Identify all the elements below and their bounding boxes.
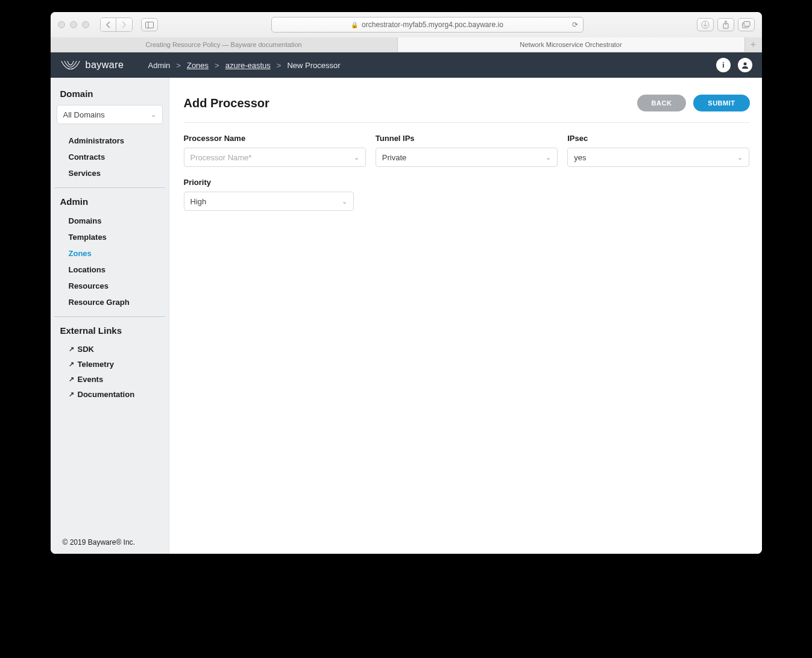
form-row: Processor Name Processor Name* ⌄ Tunnel …: [184, 134, 750, 167]
external-link-icon: ↗: [69, 360, 74, 368]
breadcrumb: Admin > Zones > azure-eastus > New Proce…: [148, 61, 340, 70]
user-icon[interactable]: [738, 58, 752, 72]
domain-select[interactable]: All Domains ⌄: [57, 105, 163, 124]
logo[interactable]: bayware: [60, 58, 124, 72]
svg-rect-0: [145, 22, 153, 28]
new-tab-button[interactable]: +: [745, 37, 762, 52]
external-link-sdk[interactable]: ↗ SDK: [51, 342, 169, 357]
tunnel-ips-select[interactable]: Private ⌄: [376, 148, 558, 167]
select-value: High: [190, 197, 207, 206]
field-tunnel-ips: Tunnel IPs Private ⌄: [376, 134, 558, 167]
breadcrumb-sep: >: [277, 61, 282, 70]
forward-nav-button[interactable]: [116, 18, 132, 31]
url-bar[interactable]: 🔒 orchestrator-myfab5.myorg4.poc.bayware…: [271, 17, 584, 33]
app-body: Domain All Domains ⌄ Administrators Cont…: [51, 78, 762, 554]
breadcrumb-item[interactable]: Zones: [187, 61, 209, 70]
chevron-down-icon: ⌄: [342, 198, 347, 205]
breadcrumb-item[interactable]: azure-eastus: [225, 61, 271, 70]
submit-button[interactable]: SUBMIT: [693, 95, 749, 111]
browser-toolbar: 🔒 orchestrator-myfab5.myorg4.poc.bayware…: [51, 12, 762, 37]
priority-select[interactable]: High ⌄: [184, 192, 354, 211]
select-value: yes: [574, 153, 586, 162]
field-ipsec: IPsec yes ⌄: [567, 134, 749, 167]
nav-buttons: [100, 17, 133, 32]
browser-tab[interactable]: Creating Resource Policy — Bayware docum…: [51, 37, 398, 52]
external-link-label: Events: [78, 375, 104, 384]
field-processor-name: Processor Name Processor Name* ⌄: [184, 134, 366, 167]
logo-text: bayware: [86, 60, 124, 70]
field-label: IPsec: [567, 134, 749, 143]
page-title: Add Processor: [184, 96, 269, 110]
external-link-telemetry[interactable]: ↗ Telemetry: [51, 357, 169, 372]
maximize-window-button[interactable]: [82, 21, 89, 28]
input-placeholder: Processor Name*: [190, 153, 252, 162]
chevron-down-icon: ⌄: [354, 154, 359, 161]
sidebar-divider: [54, 316, 165, 317]
share-button[interactable]: [717, 18, 734, 31]
close-window-button[interactable]: [58, 21, 65, 28]
window-controls: [58, 21, 89, 28]
field-label: Priority: [184, 178, 354, 187]
info-icon[interactable]: i: [716, 58, 731, 72]
browser-chrome: 🔒 orchestrator-myfab5.myorg4.poc.bayware…: [51, 12, 762, 52]
form-row: Priority High ⌄: [184, 178, 750, 211]
ipsec-select[interactable]: yes ⌄: [567, 148, 749, 167]
breadcrumb-sep: >: [176, 61, 181, 70]
sidebar: Domain All Domains ⌄ Administrators Cont…: [51, 78, 169, 554]
breadcrumb-item: New Processor: [287, 61, 340, 70]
back-button[interactable]: BACK: [637, 95, 687, 111]
reload-icon[interactable]: ⟳: [572, 20, 578, 29]
main-content: Add Processor BACK SUBMIT Processor Name…: [169, 78, 762, 554]
breadcrumb-item[interactable]: Admin: [148, 61, 170, 70]
browser-tab[interactable]: Network Microservice Orchestrator: [398, 37, 745, 52]
sidebar-item-services[interactable]: Services: [51, 165, 169, 181]
app-header: bayware Admin > Zones > azure-eastus > N…: [51, 52, 762, 78]
sidebar-section-domain: Domain: [51, 89, 169, 105]
external-link-icon: ↗: [69, 375, 74, 383]
sidebar-section-admin: Admin: [51, 196, 169, 213]
minimize-window-button[interactable]: [70, 21, 77, 28]
tabs-button[interactable]: [738, 18, 755, 31]
sidebar-item-zones[interactable]: Zones: [51, 245, 169, 262]
action-buttons: BACK SUBMIT: [637, 95, 750, 111]
sidebar-section-external: External Links: [51, 325, 169, 342]
lock-icon: 🔒: [351, 22, 358, 28]
sidebar-item-contracts[interactable]: Contracts: [51, 149, 169, 165]
main-header: Add Processor BACK SUBMIT: [184, 95, 750, 123]
select-value: Private: [382, 153, 406, 162]
external-link-label: Documentation: [78, 390, 135, 399]
sidebar-divider: [54, 187, 165, 188]
svg-rect-5: [744, 22, 750, 27]
sidebar-item-locations[interactable]: Locations: [51, 262, 169, 278]
sidebar-toggle-button[interactable]: [141, 18, 158, 31]
chevron-down-icon: ⌄: [546, 154, 551, 161]
field-label: Processor Name: [184, 134, 366, 143]
external-link-documentation[interactable]: ↗ Documentation: [51, 387, 169, 402]
chevron-down-icon: ⌄: [151, 111, 156, 119]
browser-tabs: Creating Resource Policy — Bayware docum…: [51, 37, 762, 52]
toolbar-right: [697, 18, 755, 31]
external-link-icon: ↗: [69, 345, 74, 353]
browser-window: 🔒 orchestrator-myfab5.myorg4.poc.bayware…: [51, 12, 762, 554]
header-actions: i: [716, 58, 752, 72]
sidebar-item-templates[interactable]: Templates: [51, 229, 169, 245]
external-link-label: SDK: [78, 345, 94, 354]
external-link-icon: ↗: [69, 390, 74, 398]
logo-icon: [60, 58, 81, 72]
chevron-down-icon: ⌄: [737, 154, 743, 161]
sidebar-item-domains[interactable]: Domains: [51, 213, 169, 229]
back-nav-button[interactable]: [101, 18, 116, 31]
processor-name-input[interactable]: Processor Name* ⌄: [184, 148, 366, 167]
sidebar-item-resources[interactable]: Resources: [51, 278, 169, 294]
svg-point-9: [743, 63, 746, 66]
domain-select-value: All Domains: [63, 110, 105, 119]
external-link-label: Telemetry: [78, 360, 114, 369]
sidebar-item-resource-graph[interactable]: Resource Graph: [51, 294, 169, 310]
breadcrumb-sep: >: [215, 61, 219, 70]
downloads-button[interactable]: [697, 18, 714, 31]
url-text: orchestrator-myfab5.myorg4.poc.bayware.i…: [362, 20, 503, 29]
sidebar-item-administrators[interactable]: Administrators: [51, 133, 169, 149]
field-priority: Priority High ⌄: [184, 178, 354, 211]
field-label: Tunnel IPs: [376, 134, 558, 143]
external-link-events[interactable]: ↗ Events: [51, 372, 169, 387]
